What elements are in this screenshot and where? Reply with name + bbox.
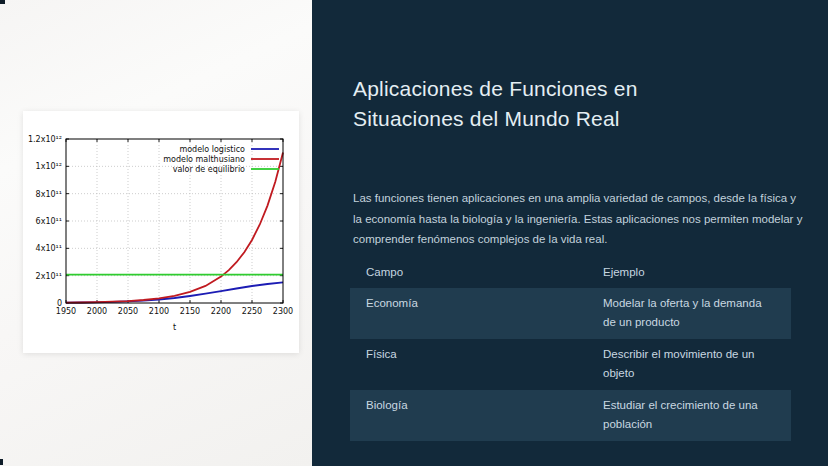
screen-artifact-top xyxy=(0,0,5,4)
svg-text:0: 0 xyxy=(57,299,62,308)
slide-title: Aplicaciones de Funciones en Situaciones… xyxy=(353,74,793,134)
svg-text:modelo malthusiano: modelo malthusiano xyxy=(163,155,245,164)
chart-panel: 1950200020502100215022002250230002x10¹¹4… xyxy=(0,0,312,466)
slide-paragraph: Las funciones tienen aplicaciones en una… xyxy=(353,188,803,250)
cell-campo: Biología xyxy=(350,390,587,441)
content-panel: Aplicaciones de Funciones en Situaciones… xyxy=(312,0,828,466)
svg-text:2200: 2200 xyxy=(211,307,231,316)
svg-text:2x10¹¹: 2x10¹¹ xyxy=(36,272,62,281)
cell-ejemplo: Modelar la oferta y la demanda de un pro… xyxy=(587,288,791,339)
svg-text:4x10¹¹: 4x10¹¹ xyxy=(36,244,62,253)
column-header-campo: Campo xyxy=(350,258,587,288)
cell-ejemplo: Estudiar el crecimiento de una población xyxy=(587,390,791,441)
svg-text:2050: 2050 xyxy=(118,307,138,316)
cell-ejemplo: Describir el movimiento de un objeto xyxy=(587,339,791,390)
svg-text:2300: 2300 xyxy=(273,307,293,316)
svg-text:1x10¹²: 1x10¹² xyxy=(36,162,62,171)
table-row-fisica: Física Describir el movimiento de un obj… xyxy=(350,339,791,390)
title-line-2: Situaciones del Mundo Real xyxy=(353,104,793,134)
svg-text:8x10¹¹: 8x10¹¹ xyxy=(36,190,62,199)
svg-text:2150: 2150 xyxy=(180,307,200,316)
svg-text:t: t xyxy=(173,323,176,332)
svg-text:1950: 1950 xyxy=(56,307,76,316)
column-header-ejemplo: Ejemplo xyxy=(587,258,791,288)
svg-text:valor de equilibrio: valor de equilibrio xyxy=(173,165,245,174)
svg-text:2250: 2250 xyxy=(242,307,262,316)
title-line-1: Aplicaciones de Funciones en xyxy=(353,74,793,104)
table-row-economia: Economía Modelar la oferta y la demanda … xyxy=(350,288,791,339)
table-row-biologia: Biología Estudiar el crecimiento de una … xyxy=(350,390,791,441)
table-header-row: Campo Ejemplo xyxy=(350,258,791,288)
svg-text:1.2x10¹²: 1.2x10¹² xyxy=(28,135,62,144)
svg-text:modelo logistico: modelo logistico xyxy=(179,145,245,154)
screen-artifact-bottom xyxy=(0,459,3,465)
cell-campo: Economía xyxy=(350,288,587,339)
chart-card: 1950200020502100215022002250230002x10¹¹4… xyxy=(23,111,299,353)
presentation-slide: 1950200020502100215022002250230002x10¹¹4… xyxy=(0,0,828,466)
svg-text:6x10¹¹: 6x10¹¹ xyxy=(36,217,62,226)
cell-campo: Física xyxy=(350,339,587,390)
population-models-chart: 1950200020502100215022002250230002x10¹¹4… xyxy=(23,111,299,353)
applications-table: Campo Ejemplo Economía Modelar la oferta… xyxy=(350,258,791,441)
svg-text:2100: 2100 xyxy=(149,307,169,316)
svg-text:2000: 2000 xyxy=(87,307,107,316)
